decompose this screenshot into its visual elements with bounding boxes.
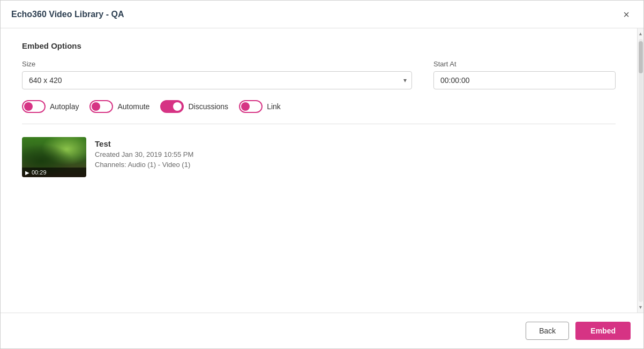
autoplay-label: Autoplay (50, 102, 79, 111)
modal-title: Echo360 Video Library - QA (11, 10, 124, 19)
discussions-label: Discussions (188, 102, 228, 111)
video-title: Test (95, 139, 193, 148)
scroll-up-arrow[interactable]: ▲ (638, 29, 644, 38)
automute-thumb (92, 102, 100, 111)
embed-options-section: Embed Options Size 640 x 420 854 x 480 1… (1, 28, 637, 124)
close-button[interactable]: × (620, 8, 633, 21)
video-channels: Channels: Audio (1) - Video (1) (95, 161, 193, 169)
video-duration: 00:29 (32, 169, 47, 176)
toggle-item-discussions: Discussions (160, 100, 228, 113)
video-list: ▶ 00:29 Test Created Jan 30, 2019 10:55 … (1, 124, 637, 313)
embed-button[interactable]: Embed (575, 322, 631, 340)
toggle-item-autoplay: Autoplay (22, 100, 79, 113)
video-item: ▶ 00:29 Test Created Jan 30, 2019 10:55 … (22, 133, 616, 181)
discussions-thumb (173, 102, 182, 111)
toggles-row: Autoplay Automute (22, 100, 616, 113)
video-info: Test Created Jan 30, 2019 10:55 PM Chann… (95, 137, 193, 169)
automute-label: Automute (117, 102, 149, 111)
autoplay-thumb (24, 102, 33, 111)
autoplay-toggle[interactable] (22, 100, 46, 113)
modal-header: Echo360 Video Library - QA × (1, 1, 643, 28)
automute-track (89, 100, 113, 113)
link-thumb (241, 102, 250, 111)
toggle-item-link: Link (239, 100, 281, 113)
modal-body: Embed Options Size 640 x 420 854 x 480 1… (1, 28, 643, 313)
start-at-group: Start At (433, 60, 616, 89)
size-label: Size (22, 60, 412, 68)
video-thumbnail: ▶ 00:29 (22, 137, 86, 177)
video-play-bar: ▶ 00:29 (22, 168, 86, 177)
video-created: Created Jan 30, 2019 10:55 PM (95, 150, 193, 158)
form-row-size-start: Size 640 x 420 854 x 480 1280 x 720 ▾ St… (22, 60, 616, 89)
discussions-track (160, 100, 184, 113)
discussions-toggle[interactable] (160, 100, 184, 113)
start-at-input[interactable] (433, 71, 616, 89)
automute-toggle[interactable] (89, 100, 113, 113)
modal-dialog: Echo360 Video Library - QA × Embed Optio… (0, 0, 644, 349)
scroll-down-arrow[interactable]: ▼ (638, 303, 644, 312)
size-select[interactable]: 640 x 420 854 x 480 1280 x 720 (22, 71, 412, 89)
embed-options-title: Embed Options (22, 41, 616, 50)
size-group: Size 640 x 420 854 x 480 1280 x 720 ▾ (22, 60, 412, 89)
scrollbar-track (639, 39, 643, 302)
back-button[interactable]: Back (526, 322, 569, 340)
modal-footer: Back Embed (1, 313, 643, 348)
scrollbar: ▲ ▼ (637, 28, 643, 313)
autoplay-track (22, 100, 46, 113)
link-toggle[interactable] (239, 100, 263, 113)
link-track (239, 100, 263, 113)
scrollbar-thumb[interactable] (639, 41, 643, 73)
play-icon: ▶ (25, 170, 29, 176)
link-label: Link (267, 102, 281, 111)
content-area: Embed Options Size 640 x 420 854 x 480 1… (1, 28, 637, 313)
size-select-wrapper: 640 x 420 854 x 480 1280 x 720 ▾ (22, 71, 412, 89)
start-at-label: Start At (433, 60, 616, 68)
toggle-item-automute: Automute (89, 100, 149, 113)
